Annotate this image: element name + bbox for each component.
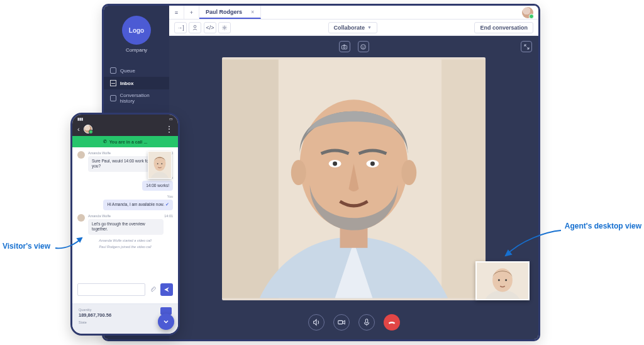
company-label: Company (104, 47, 169, 53)
screenshot-button[interactable] (339, 41, 350, 52)
svg-point-13 (401, 160, 416, 185)
list-icon (110, 67, 116, 74)
sent-check-icon: ✔ (165, 202, 169, 206)
quantity-label: Quantity (79, 308, 172, 312)
svg-point-6 (364, 46, 364, 47)
message-you: You Hi Amanda, I am available now. ✔ (77, 195, 173, 210)
video-thumbnail[interactable] (148, 151, 172, 179)
sidebar-item-queue[interactable]: Queue (104, 64, 169, 77)
video-icon (337, 318, 346, 327)
smile-icon (360, 43, 367, 50)
mic-icon (362, 318, 371, 327)
chevron-down-icon: ▼ (367, 25, 372, 30)
annotation-arrow-right (502, 228, 562, 259)
time-label: 14:01 (164, 214, 173, 218)
svg-point-4 (361, 44, 366, 49)
code-button[interactable]: </> (204, 22, 216, 33)
message-composer (77, 283, 173, 296)
camera-icon (341, 43, 348, 50)
chat-header: ‹ ⋮ (72, 122, 178, 136)
speaker-icon (312, 318, 321, 327)
tab-bar: ≡ + Paul Rodgers × (169, 6, 538, 20)
sender-label: Amanda Wolfe (88, 214, 111, 218)
svg-rect-2 (341, 45, 347, 49)
main-video-feed[interactable] (222, 57, 486, 300)
phone-icon: ✆ (103, 139, 107, 144)
send-button[interactable] (160, 283, 173, 296)
svg-point-1 (224, 26, 226, 28)
collaborate-dropdown[interactable]: Collaborate ▼ (328, 22, 377, 33)
conversation-toolbar: →] </> Collaborate ▼ End conversation (169, 20, 538, 36)
annotation-agent-label: Agent's desktop view (565, 222, 641, 230)
active-call-banner[interactable]: ✆ You are in a call ... (72, 136, 178, 147)
gear-icon (221, 25, 228, 31)
end-conversation-button[interactable]: End conversation (474, 22, 533, 33)
logo-circle: Logo (122, 16, 151, 45)
agent-video-image (148, 152, 171, 178)
svg-point-19 (492, 268, 513, 291)
svg-point-27 (161, 163, 162, 164)
svg-point-12 (291, 160, 306, 185)
svg-rect-23 (365, 319, 368, 323)
collaborate-label: Collaborate (334, 25, 365, 31)
visitor-phone: ▮▮▮ ▭ ‹ ⋮ ✆ You are in a call ... Amanda… (70, 113, 180, 336)
svg-rect-22 (338, 320, 342, 324)
attach-button[interactable] (148, 283, 158, 296)
logo-block: Logo Company (104, 6, 169, 57)
expand-icon (523, 43, 530, 50)
phone-status-bar: ▮▮▮ ▭ (72, 115, 178, 122)
message-bubble: Let's go through the overview together. (88, 219, 164, 235)
message-bubble: Hi Amanda, I am available now. ✔ (103, 200, 173, 210)
tab-close-icon[interactable]: × (251, 9, 254, 15)
sidebar-item-label: Queue (120, 68, 135, 74)
sidebar-item-history[interactable]: Conversation history (104, 89, 169, 107)
message-bubble: 14:00 works! (142, 181, 173, 191)
sender-label: Amanda Wolfe (88, 151, 111, 155)
hang-up-button[interactable] (384, 314, 400, 331)
svg-point-21 (505, 280, 507, 281)
assign-button[interactable] (189, 22, 201, 33)
annotation-arrow-left (54, 235, 86, 251)
settings-button[interactable] (218, 22, 231, 33)
reaction-button[interactable] (358, 41, 369, 52)
message-input[interactable] (77, 283, 145, 296)
phone-hangup-icon (387, 318, 396, 327)
inbox-icon (110, 80, 116, 86)
scroll-down-fab[interactable] (158, 314, 174, 330)
new-tab-button[interactable]: + (184, 6, 199, 19)
send-icon (164, 286, 170, 293)
system-message: Paul Rodgers joined the video call (77, 245, 173, 249)
avatar-icon (77, 151, 85, 159)
video-stage (169, 36, 538, 339)
svg-point-3 (343, 46, 345, 48)
sidebar-item-inbox[interactable]: Inbox (104, 77, 169, 89)
speaker-button[interactable] (308, 314, 325, 331)
svg-point-16 (333, 162, 337, 166)
annotation-visitor-label: Visitor's view (3, 242, 50, 251)
video-toggle-button[interactable] (333, 314, 350, 331)
paperclip-icon (150, 286, 156, 293)
call-controls (169, 314, 538, 331)
back-button[interactable]: ‹ (77, 125, 80, 133)
avatar-icon (77, 214, 85, 222)
svg-point-5 (362, 46, 363, 47)
tab-paul-rodgers[interactable]: Paul Rodgers × (199, 6, 261, 19)
message-agent: Amanda Wolfe14:01 Let's go through the o… (77, 214, 173, 235)
expand-button[interactable] (521, 41, 532, 52)
svg-point-17 (370, 162, 375, 166)
system-message: Amanda Wolfe started a video call (77, 239, 173, 242)
battery-icon: ▭ (169, 116, 173, 121)
agent-avatar[interactable] (84, 125, 92, 133)
sidebar-item-label: Conversation history (120, 93, 163, 104)
svg-point-20 (498, 280, 500, 281)
sidebar-item-label: Inbox (120, 81, 133, 86)
menu-button[interactable]: ≡ (169, 6, 184, 19)
current-user-avatar[interactable] (522, 7, 533, 18)
end-conversation-label: End conversation (480, 25, 528, 31)
mic-toggle-button[interactable] (358, 314, 375, 331)
svg-point-26 (157, 163, 158, 164)
redirect-button[interactable]: →] (174, 22, 187, 33)
call-banner-text: You are in a call ... (109, 140, 148, 144)
self-video-thumbnail[interactable] (475, 261, 530, 300)
svg-point-0 (194, 25, 196, 28)
